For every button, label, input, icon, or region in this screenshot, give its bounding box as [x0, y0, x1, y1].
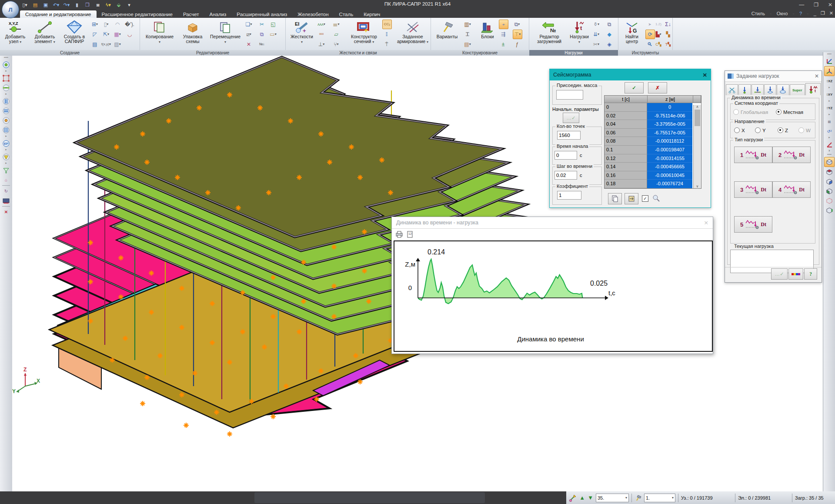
print-icon[interactable] [395, 231, 403, 238]
select-grid-icon[interactable] [1, 125, 11, 134]
block-pack-icon[interactable]: ⇶ [499, 30, 508, 39]
new-document-icon[interactable]: ▯▾ [21, 1, 29, 8]
block-tool-icon[interactable]: ⊤▾ [513, 30, 522, 39]
rotate-model-icon[interactable]: ↻ [1, 187, 11, 196]
load-type-button-2[interactable]: 2Dt [772, 147, 811, 163]
panel-colorbar-button[interactable] [788, 268, 803, 280]
cube-edge-green-icon[interactable] [825, 206, 834, 215]
paste-icon[interactable]: ⧉ [257, 30, 266, 39]
fxy-icon[interactable]: f(x,y)▾ [102, 40, 110, 49]
next-loadcase-icon[interactable]: ▼ [588, 494, 593, 501]
mdi-close-icon[interactable]: ✕ [829, 10, 833, 16]
stamp-icon[interactable]: ▭▾ [269, 30, 277, 39]
cancel-x-button[interactable]: ✗ [648, 82, 667, 93]
radio-local[interactable]: Местная [776, 109, 803, 115]
load-diamond-icon[interactable]: ◆ [605, 30, 614, 39]
block-list-icon[interactable]: ⧉▾ [513, 20, 521, 29]
table-row[interactable]: 0.12-0.000314155 [605, 154, 694, 163]
cube-dashed-red-icon[interactable] [825, 196, 834, 205]
view-yz-icon[interactable]: ↕YZ [825, 103, 834, 113]
table-rows[interactable]: 000.02-9.75114e-0060.04-3.37955e-0050.06… [605, 103, 701, 188]
load-cut-icon[interactable]: ✂▾ [592, 40, 601, 49]
select-rod-icon[interactable] [1, 83, 11, 92]
arch-icon[interactable]: ◡ [125, 30, 134, 39]
coefficient-input[interactable] [557, 191, 581, 200]
select-ef-icon[interactable]: EF [1, 139, 11, 148]
table-checkbox[interactable]: ✓ [642, 195, 648, 202]
table-row[interactable]: 0.08-0.000118112 [605, 137, 694, 146]
sum-icon[interactable]: Σ↓ [664, 20, 672, 29]
foundation-icon[interactable]: ⊥▾ [317, 40, 326, 49]
select-block-icon[interactable] [1, 116, 11, 125]
filter-icon[interactable] [1, 166, 11, 175]
brick-icon[interactable]: ▤▾ [463, 40, 472, 49]
block-axes-icon[interactable]: ± [499, 40, 508, 49]
load-solid-icon[interactable]: ◈ [605, 40, 614, 49]
table-row[interactable]: 0.04-3.37955e-005 [605, 120, 694, 129]
find-center-button[interactable]: G Найтицентр [619, 19, 645, 49]
blocks-button[interactable]: Блоки [477, 19, 498, 49]
select-vertical-icon[interactable] [1, 97, 11, 106]
radio-y[interactable]: Y [755, 127, 766, 133]
numbering-icon[interactable]: №↓ [257, 40, 266, 49]
plate-icon[interactable]: ▱ [332, 30, 341, 39]
section-constructor-button[interactable]: + Конструкторсечений ▾ [347, 19, 381, 49]
load-type-button-5[interactable]: 5Dt [734, 216, 772, 233]
save-icon[interactable]: ▣ [42, 1, 50, 8]
menu-window[interactable]: Окно [777, 11, 788, 16]
undo-icon[interactable]: ↶▾ [52, 1, 60, 8]
table-row[interactable]: 00 [605, 103, 694, 112]
expand-arrow[interactable]: ▸ [2, 93, 10, 96]
mdi-minimize-icon[interactable]: _ [814, 11, 816, 16]
variant-combo[interactable]: 1.▾ [644, 494, 675, 502]
select-zoom-icon[interactable]: ◱ [269, 20, 277, 29]
load-editor-button[interactable]: № Редакторзагружений [533, 19, 566, 49]
jack-icon[interactable]: ⍑ [382, 40, 391, 49]
initial-params-button[interactable]: …✓ [563, 113, 579, 123]
zoom-model-icon[interactable]: 🔍︎ [645, 40, 654, 49]
expand-arrow[interactable]: ▸ [2, 135, 10, 138]
panel-apply-button[interactable]: …✓ [771, 268, 788, 280]
cube-side-green-icon[interactable] [825, 187, 834, 196]
seismogram-dialog[interactable]: Сейсмограмма ✕ Присоедин. масса Начальн.… [549, 69, 711, 208]
seismogram-table[interactable]: t [c] z [м] 000.02-9.75114e-0060.04-3.37… [604, 95, 701, 189]
load-case-icon[interactable] [569, 494, 577, 502]
ribbon-tab-7[interactable]: Кирпич [358, 10, 385, 18]
load-definition-panel[interactable]: Задание нагрузок ✕ Super t Динамика во в… [725, 70, 822, 283]
close-button[interactable]: ✕ [828, 2, 832, 8]
cursor-icon[interactable]: ➤ [645, 20, 654, 29]
paste-table-button[interactable] [625, 193, 638, 204]
qat-more-icon[interactable]: ▾ [125, 1, 133, 8]
ribbon-tab-3[interactable]: Анализ [204, 10, 232, 18]
chart-window-titlebar[interactable]: Динамика во времени - нагрузка ✕ [392, 217, 713, 229]
load-docs-icon[interactable]: ⧉ [605, 20, 614, 29]
menu-style[interactable]: Стиль [752, 11, 765, 16]
points-count-input[interactable] [557, 131, 581, 140]
tab-rod-load[interactable] [752, 84, 764, 95]
apply-button[interactable]: ✓ [625, 82, 644, 93]
ribbon-tab-1[interactable]: Расширенное редактирование [97, 10, 178, 18]
hinge-icon[interactable]: ⚌▾ [332, 20, 341, 29]
cabinet-icon[interactable]: ▮ [73, 1, 81, 8]
tab-dynamic-load[interactable]: t [805, 83, 821, 95]
load-panel-titlebar[interactable]: Задание нагрузок ✕ [725, 71, 822, 82]
load-type-button-1[interactable]: 1Dt [734, 147, 772, 163]
select-node-icon[interactable] [1, 60, 11, 69]
expand-arrow[interactable]: ▸ [2, 149, 10, 151]
render-icon[interactable]: ◙ [94, 1, 102, 8]
flash-icon[interactable]: ϟ▾ [104, 1, 112, 8]
variant-hammer-icon[interactable] [635, 494, 641, 501]
ribbon-tab-4[interactable]: Расширенный анализ [231, 10, 292, 18]
c-squares-icon[interactable]: C▚ [654, 40, 663, 49]
ribbon-tab-5[interactable]: Железобетон [292, 10, 334, 18]
palette-icon[interactable]: ▚ [664, 30, 672, 39]
radio-global[interactable]: Глобальная [733, 109, 768, 115]
table-zoom-icon[interactable] [652, 194, 660, 203]
fragment-icon[interactable]: ⌂ [1, 175, 11, 184]
cube-top-red-icon[interactable] [825, 167, 834, 177]
frame-icon[interactable]: ⊞▾ [90, 20, 99, 29]
time-history-window[interactable]: Динамика во времени - нагрузка ✕ 12 Z,мt… [391, 217, 713, 354]
move-button[interactable]: Перемещение▾ [209, 19, 242, 49]
numbering2-icon[interactable]: 1.2) [654, 20, 663, 29]
restore-button[interactable]: ❐ [814, 2, 818, 8]
